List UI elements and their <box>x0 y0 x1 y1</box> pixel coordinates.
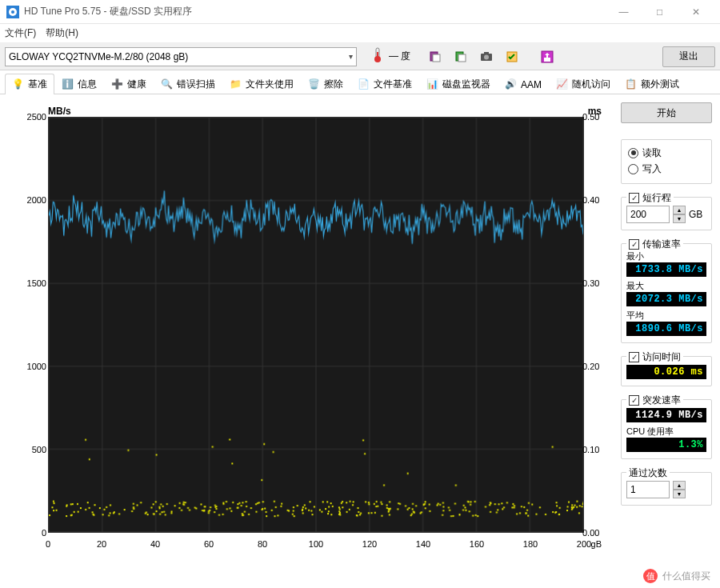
short-stroke-input[interactable] <box>626 206 670 223</box>
mode-group: 读取 写入 <box>621 139 712 184</box>
sidebar: 开始 读取 写入 短行程 ▲▼ GB 传输速率 最小 1733.8 MB/s 最… <box>616 94 720 572</box>
screenshot-button[interactable] <box>476 46 497 67</box>
health-icon: ➕ <box>111 78 124 91</box>
device-select[interactable]: GLOWAY YCQ2TNVMe-M.2/80 (2048 gB) ▾ <box>5 47 357 66</box>
radio-icon <box>628 148 638 158</box>
cpu-value: 1.3% <box>626 438 706 452</box>
copy-info-button[interactable] <box>425 46 446 67</box>
window-title: HD Tune Pro 5.75 - 硬盘/SSD 实用程序 <box>24 5 606 18</box>
tab-monitor[interactable]: 📊磁盘监视器 <box>419 74 498 94</box>
avg-value: 1890.6 MB/s <box>626 322 706 336</box>
tab-folder[interactable]: 📁文件夹使用 <box>222 74 301 94</box>
minimize-button[interactable]: — <box>606 1 642 23</box>
watermark-icon: 值 <box>643 569 658 583</box>
copy-result-button[interactable] <box>450 46 471 67</box>
extra-icon: 📋 <box>625 78 638 91</box>
title-bar: HD Tune Pro 5.75 - 硬盘/SSD 实用程序 — □ ✕ <box>0 0 720 24</box>
svg-point-11 <box>484 54 489 59</box>
access-checkbox[interactable] <box>629 352 639 362</box>
monitor-icon: 📊 <box>426 78 439 91</box>
access-time-group: 访问时间 0.026 ms <box>621 356 712 386</box>
svg-rect-12 <box>484 52 489 54</box>
info-icon: ℹ️ <box>62 78 74 91</box>
tab-health[interactable]: ➕健康 <box>104 74 154 94</box>
burst-checkbox[interactable] <box>629 395 639 406</box>
chevron-down-icon: ▾ <box>349 52 353 61</box>
search-icon: 🔍 <box>161 78 174 91</box>
burst-value: 1124.9 MB/s <box>626 408 706 422</box>
y-left-unit: MB/s <box>48 106 71 117</box>
erase-icon: 🗑️ <box>308 78 321 91</box>
tab-errorscan[interactable]: 🔍错误扫描 <box>154 74 222 94</box>
svg-rect-15 <box>544 58 550 62</box>
tab-filebench[interactable]: 📄文件基准 <box>350 74 419 94</box>
toolbar: GLOWAY YCQ2TNVMe-M.2/80 (2048 gB) ▾ — 度 … <box>0 43 720 70</box>
min-label: 最小 <box>626 250 706 262</box>
file-icon: 📄 <box>358 78 370 91</box>
random-icon: 📈 <box>556 78 569 91</box>
short-stroke-group: 短行程 ▲▼ GB <box>621 197 712 230</box>
benchmark-chart <box>48 117 584 533</box>
max-label: 最大 <box>626 280 706 292</box>
watermark: 值 什么值得买 <box>643 569 710 583</box>
menu-file[interactable]: 文件(F) <box>5 26 36 40</box>
short-stroke-checkbox[interactable] <box>629 193 639 203</box>
svg-point-2 <box>11 10 14 14</box>
svg-rect-9 <box>458 54 466 62</box>
tab-bar: 💡基准 ℹ️信息 ➕健康 🔍错误扫描 📁文件夹使用 🗑️擦除 📄文件基准 📊磁盘… <box>0 70 720 94</box>
spin-up[interactable]: ▲ <box>673 206 686 214</box>
maximize-button[interactable]: □ <box>642 1 678 23</box>
lightbulb-icon: 💡 <box>12 78 25 91</box>
menu-bar: 文件(F) 帮助(H) <box>0 24 720 43</box>
transfer-checkbox[interactable] <box>629 239 639 250</box>
spin-up[interactable]: ▲ <box>673 481 686 490</box>
menu-help[interactable]: 帮助(H) <box>46 26 78 40</box>
thermometer-icon <box>371 47 384 66</box>
radio-write[interactable]: 写入 <box>628 161 705 177</box>
tab-extra[interactable]: 📋额外测试 <box>618 74 686 94</box>
radio-read[interactable]: 读取 <box>628 145 705 161</box>
tab-random[interactable]: 📈随机访问 <box>549 74 618 94</box>
options-button[interactable] <box>502 46 522 67</box>
avg-label: 平均 <box>626 310 706 322</box>
speaker-icon: 🔊 <box>505 78 518 91</box>
svg-rect-7 <box>433 54 440 62</box>
svg-rect-5 <box>377 52 378 59</box>
close-button[interactable]: ✕ <box>678 1 714 23</box>
tab-benchmark[interactable]: 💡基准 <box>5 74 54 94</box>
access-value: 0.026 ms <box>626 365 706 379</box>
min-value: 1733.8 MB/s <box>626 262 706 277</box>
app-icon <box>6 6 19 18</box>
spin-down[interactable]: ▼ <box>673 214 686 223</box>
temperature-label: — 度 <box>389 50 410 63</box>
spin-down[interactable]: ▼ <box>673 490 686 498</box>
start-button[interactable]: 开始 <box>621 102 712 123</box>
radio-icon <box>628 164 638 174</box>
folder-icon: 📁 <box>230 78 242 91</box>
tab-erase[interactable]: 🗑️擦除 <box>301 74 350 94</box>
max-value: 2072.3 MB/s <box>626 292 706 306</box>
cpu-label: CPU 使用率 <box>626 426 706 438</box>
burst-group: 突发速率 1124.9 MB/s CPU 使用率 1.3% <box>621 399 712 459</box>
chart-area: MB/s ms gB 050010001500200025000.000.100… <box>0 94 616 572</box>
save-button[interactable] <box>537 46 558 67</box>
main-content: MB/s ms gB 050010001500200025000.000.100… <box>0 94 720 572</box>
passes-input[interactable] <box>626 481 670 498</box>
exit-button[interactable]: 退出 <box>662 46 715 67</box>
x-unit: gB <box>591 539 602 549</box>
transfer-rate-group: 传输速率 最小 1733.8 MB/s 最大 2072.3 MB/s 平均 18… <box>621 243 712 343</box>
device-name: GLOWAY YCQ2TNVMe-M.2/80 (2048 gB) <box>9 51 188 62</box>
tab-aam[interactable]: 🔊AAM <box>498 74 549 94</box>
tab-info[interactable]: ℹ️信息 <box>54 74 104 94</box>
passes-group: 通过次数 ▲▼ <box>621 472 712 506</box>
